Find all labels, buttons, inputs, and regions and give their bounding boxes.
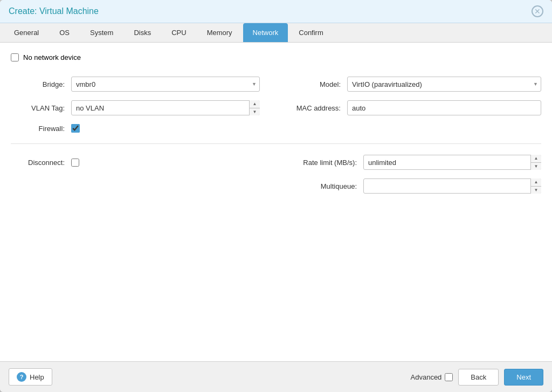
vlan-spinner-arrows: ▲ ▼ — [249, 100, 260, 115]
create-vm-dialog: Create: Virtual Machine ✕ General OS Sys… — [0, 0, 552, 392]
network-form: Bridge: vmbr0 Model: VirtIO (paravirtual… — [11, 72, 541, 198]
tab-disks[interactable]: Disks — [124, 23, 161, 42]
rate-limit-row: Rate limit (MB/s): unlimited ▲ ▼ — [276, 150, 541, 174]
multiqueue-spinner-wrapper: ▲ ▼ — [363, 178, 541, 194]
content-area: No network device Bridge: vmbr0 Model: V… — [0, 43, 552, 361]
firewall-checkbox[interactable] — [71, 124, 80, 133]
bridge-row: Bridge: vmbr0 — [11, 72, 276, 96]
firewall-label: Firewall: — [11, 125, 65, 133]
multiqueue-label: Multiqueue: — [287, 182, 357, 190]
advanced-checkbox[interactable] — [445, 373, 453, 381]
tab-bar: General OS System Disks CPU Memory Netwo… — [0, 23, 552, 43]
firewall-row: Firewall: — [11, 120, 276, 137]
close-button[interactable]: ✕ — [532, 5, 543, 17]
next-button[interactable]: Next — [504, 369, 543, 386]
no-network-checkbox[interactable] — [11, 53, 19, 61]
vlan-row: VLAN Tag: no VLAN ▲ ▼ — [11, 96, 276, 120]
model-select[interactable]: VirtIO (paravirtualized) — [347, 77, 541, 92]
vlan-down-arrow[interactable]: ▼ — [250, 108, 260, 116]
help-button[interactable]: ? Help — [9, 368, 52, 386]
dialog-header: Create: Virtual Machine ✕ — [0, 0, 552, 23]
tab-system[interactable]: System — [80, 23, 123, 42]
bridge-select[interactable]: vmbr0 — [71, 77, 260, 92]
dialog-footer: ? Help Advanced Back Next — [0, 361, 552, 392]
mac-row: MAC address: auto — [276, 96, 541, 120]
tab-network[interactable]: Network — [243, 23, 288, 42]
form-divider — [11, 143, 541, 144]
multiqueue-down-arrow[interactable]: ▼ — [531, 187, 541, 194]
rate-limit-label: Rate limit (MB/s): — [287, 159, 357, 167]
bridge-label: Bridge: — [11, 80, 65, 88]
no-network-row: No network device — [11, 53, 541, 61]
rate-limit-up-arrow[interactable]: ▲ — [531, 155, 541, 163]
no-network-label: No network device — [23, 53, 81, 61]
vlan-input[interactable]: no VLAN — [71, 100, 260, 115]
model-select-wrapper: VirtIO (paravirtualized) — [347, 77, 541, 92]
disconnect-checkbox[interactable] — [71, 159, 79, 167]
tab-general[interactable]: General — [4, 23, 49, 42]
advanced-label: Advanced — [411, 373, 453, 381]
model-label: Model: — [287, 80, 341, 88]
rate-limit-spinner-wrapper: unlimited ▲ ▼ — [363, 155, 541, 170]
mac-input[interactable]: auto — [347, 100, 541, 115]
footer-right: Advanced Back Next — [411, 369, 543, 386]
tab-os[interactable]: OS — [50, 23, 79, 42]
vlan-up-arrow[interactable]: ▲ — [250, 100, 260, 108]
disconnect-row: Disconnect: — [11, 150, 276, 174]
tab-memory[interactable]: Memory — [197, 23, 242, 42]
multiqueue-up-arrow[interactable]: ▲ — [531, 178, 541, 187]
rate-limit-spinner-arrows: ▲ ▼ — [530, 155, 541, 170]
disconnect-label: Disconnect: — [11, 159, 65, 167]
vlan-spinner-wrapper: no VLAN ▲ ▼ — [71, 100, 260, 115]
rate-limit-down-arrow[interactable]: ▼ — [531, 163, 541, 170]
bridge-select-wrapper: vmbr0 — [71, 77, 260, 92]
back-button[interactable]: Back — [458, 369, 499, 386]
multiqueue-spinner-arrows: ▲ ▼ — [530, 178, 541, 194]
disconnect-spacer — [11, 174, 276, 198]
help-icon: ? — [17, 372, 26, 382]
multiqueue-input[interactable] — [363, 178, 541, 194]
multiqueue-row: Multiqueue: ▲ ▼ — [276, 174, 541, 198]
rate-limit-input[interactable]: unlimited — [363, 155, 541, 170]
mac-label: MAC address: — [287, 104, 341, 112]
vlan-label: VLAN Tag: — [11, 104, 65, 112]
tab-cpu[interactable]: CPU — [162, 23, 196, 42]
tab-confirm[interactable]: Confirm — [289, 23, 333, 42]
model-row: Model: VirtIO (paravirtualized) — [276, 72, 541, 96]
dialog-title: Create: Virtual Machine — [9, 6, 99, 16]
advanced-text: Advanced — [411, 373, 442, 381]
footer-left: ? Help — [9, 368, 52, 386]
help-label: Help — [30, 373, 44, 381]
close-icon: ✕ — [534, 8, 541, 15]
